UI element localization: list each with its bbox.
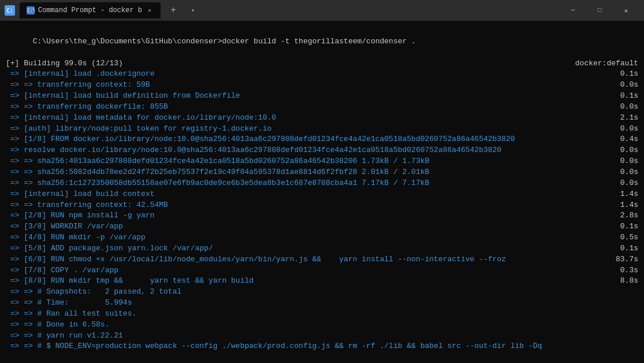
terminal-line: => => sha256:5082d4db78ee2d24f72b25eb755…: [6, 167, 638, 178]
line-text: => [internal] load build definition from…: [6, 91, 616, 102]
terminal-line: => [internal] load build context1.4s: [6, 189, 638, 200]
terminal-line: => [5/8] ADD package.json yarn.lock /var…: [6, 243, 638, 254]
terminal-output: C:\Users\the_g\Documents\GitHub\condense…: [0, 21, 644, 363]
terminal-line: => => # Snapshots: 2 passed, 2 total: [6, 287, 638, 298]
line-time: 0.3s: [616, 265, 638, 276]
line-text: => => sha256:1c1272350058db55158ae07e6fb…: [6, 178, 616, 189]
line-time: 0.0s: [616, 102, 638, 113]
titlebar-controls: ─ □ ✕: [560, 0, 639, 21]
line-time: 0.0s: [616, 156, 638, 167]
line-time: 0.5s: [616, 232, 638, 243]
line-text: => [4/8] RUN mkdir -p /var/app: [6, 232, 616, 243]
terminal-line: => => # yarn run v1.22.21: [6, 331, 638, 342]
line-text: => [8/8] RUN mkdir tmp && yarn test && y…: [6, 276, 616, 287]
terminal-line: => [7/8] COPY . /var/app0.3s: [6, 265, 638, 276]
window: C: C:\ Command Prompt - docker b ✕ + ▾ ─…: [0, 0, 644, 363]
line-time: 83.7s: [611, 254, 638, 265]
app-icon: C:: [5, 5, 15, 16]
tab-dropdown-button[interactable]: ▾: [186, 3, 200, 17]
line-text: => => # Done in 6.58s.: [6, 320, 638, 331]
line-time: 0.1s: [616, 91, 638, 102]
line-text: => => # Ran all test suites.: [6, 309, 638, 320]
terminal-line: => => transferring context: 42.54MB1.4s: [6, 200, 638, 211]
maximize-button[interactable]: □: [586, 0, 613, 21]
terminal-line: => => # $ NODE_ENV=production webpack --…: [6, 341, 638, 352]
line-time: docker:default: [571, 58, 638, 69]
line-text: => [auth] library/node:pull token for re…: [6, 124, 616, 135]
line-time: 0.0s: [616, 80, 638, 91]
terminal-line: => => transferring dockerfile: 855B0.0s: [6, 102, 638, 113]
line-text: => [7/8] COPY . /var/app: [6, 265, 616, 276]
line-text: => => sha256:4013aa6c297808defd01234fce4…: [6, 156, 616, 167]
line-time: 0.4s: [616, 134, 638, 145]
line-time: 1.4s: [616, 200, 638, 211]
line-time: 0.0s: [616, 145, 638, 156]
line-text: => [5/8] ADD package.json yarn.lock /var…: [6, 243, 616, 254]
terminal-line: => [8/8] RUN mkdir tmp && yarn test && y…: [6, 276, 638, 287]
line-time: 0.1s: [616, 221, 638, 232]
terminal-line: => => transferring context: 59B0.0s: [6, 80, 638, 91]
tab-active[interactable]: C:\ Command Prompt - docker b ✕: [20, 2, 161, 18]
line-text: => => # yarn run v1.22.21: [6, 331, 638, 342]
line-text: => [1/8] FROM docker.io/library/node:10.…: [6, 134, 616, 145]
terminal-line: => [1/8] FROM docker.io/library/node:10.…: [6, 134, 638, 145]
terminal-line: => [2/8] RUN npm install -g yarn2.8s: [6, 210, 638, 221]
svg-text:C:\: C:\: [27, 8, 35, 13]
line-time: 0.0s: [616, 124, 638, 135]
terminal-line: [+] Building 99.0s (12/13)docker:default: [6, 58, 638, 69]
terminal-line: => => # Time: 5.994s: [6, 298, 638, 309]
terminal-line: => [internal] load .dockerignore0.1s: [6, 69, 638, 80]
line-time: 8.8s: [616, 276, 638, 287]
new-tab-button[interactable]: +: [165, 2, 181, 18]
line-text: => => transferring dockerfile: 855B: [6, 102, 616, 113]
terminal-line: => => sha256:4013aa6c297808defd01234fce4…: [6, 156, 638, 167]
titlebar: C: C:\ Command Prompt - docker b ✕ + ▾ ─…: [0, 0, 644, 21]
terminal-lines: [+] Building 99.0s (12/13)docker:default…: [6, 58, 638, 353]
line-time: 1.4s: [616, 189, 638, 200]
line-time: 0.0s: [616, 178, 638, 189]
close-button[interactable]: ✕: [613, 0, 639, 21]
prompt-line: C:\Users\the_g\Documents\GitHub\condense…: [6, 25, 638, 58]
line-text: => => # $ NODE_ENV=production webpack --…: [6, 341, 638, 352]
line-text: => [internal] load .dockerignore: [6, 69, 616, 80]
titlebar-left: C: C:\ Command Prompt - docker b ✕ + ▾: [5, 2, 560, 18]
line-text: => => transferring context: 42.54MB: [6, 200, 616, 211]
line-time: 0.1s: [616, 69, 638, 80]
line-text: => [internal] load metadata for docker.i…: [6, 113, 616, 124]
terminal-line: => [3/8] WORKDIR /var/app0.1s: [6, 221, 638, 232]
tab-label: Command Prompt - docker b: [38, 6, 142, 14]
line-time: 0.1s: [616, 243, 638, 254]
line-time: 2.8s: [616, 210, 638, 221]
line-text: => => # Snapshots: 2 passed, 2 total: [6, 287, 638, 298]
line-time: 0.0s: [616, 167, 638, 178]
line-text: => => # Time: 5.994s: [6, 298, 638, 309]
terminal-line: => => sha256:1c1272350058db55158ae07e6fb…: [6, 178, 638, 189]
line-text: => [6/8] RUN chmod +x /usr/local/lib/nod…: [6, 254, 611, 265]
line-text: => resolve docker.io/library/node:10.0@s…: [6, 145, 616, 156]
terminal-line: => [4/8] RUN mkdir -p /var/app0.5s: [6, 232, 638, 243]
terminal-line: => => # Done in 6.58s.: [6, 320, 638, 331]
line-text: => => sha256:5082d4db78ee2d24f72b25eb755…: [6, 167, 616, 178]
terminal-line: => [auth] library/node:pull token for re…: [6, 124, 638, 135]
line-text: [+] Building 99.0s (12/13): [6, 58, 571, 69]
terminal-line: => [internal] load build definition from…: [6, 91, 638, 102]
line-text: => [3/8] WORKDIR /var/app: [6, 221, 616, 232]
terminal-line: => [6/8] RUN chmod +x /usr/local/lib/nod…: [6, 254, 638, 265]
terminal-line: => resolve docker.io/library/node:10.0@s…: [6, 145, 638, 156]
terminal-icon: C:\: [27, 6, 35, 14]
terminal-line: => => # Ran all test suites.: [6, 309, 638, 320]
line-text: => => transferring context: 59B: [6, 80, 616, 91]
minimize-button[interactable]: ─: [560, 0, 586, 21]
terminal-line: => [internal] load metadata for docker.i…: [6, 113, 638, 124]
tab-close-button[interactable]: ✕: [146, 6, 154, 14]
line-time: 2.1s: [616, 113, 638, 124]
line-text: => [2/8] RUN npm install -g yarn: [6, 210, 616, 221]
svg-text:C:: C:: [6, 8, 13, 14]
line-text: => [internal] load build context: [6, 189, 616, 200]
